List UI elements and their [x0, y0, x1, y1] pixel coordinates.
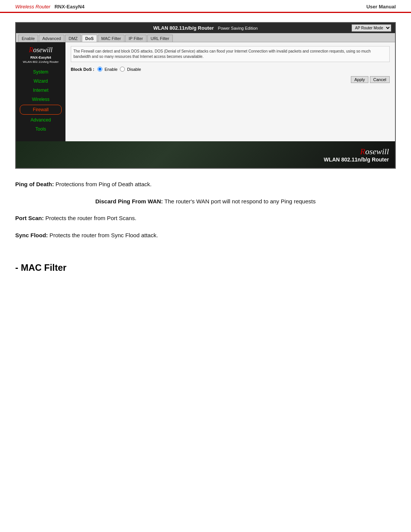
router-nav-tabs: Enable Advanced DMZ DoS MAC Filter IP Fi…: [16, 33, 395, 42]
ping-of-death-term: Ping of Death:: [15, 181, 54, 187]
page-header: Wireless Router RNX-EasyN4 User Manual: [0, 0, 411, 13]
tab-enable[interactable]: Enable: [18, 35, 38, 42]
port-scan-desc: Protects the router from Port Scans.: [45, 215, 136, 221]
router-title-text: WLAN 802.11n/b/g Router: [153, 25, 214, 31]
radio-dos-enable-label: Enable: [105, 67, 118, 72]
block-dos-row: Block DoS : Enable Disable: [71, 67, 390, 72]
tab-dos[interactable]: DoS: [82, 35, 97, 42]
sidebar-item-wireless[interactable]: Wireless: [16, 95, 65, 104]
port-scan-paragraph: Port Scan: Protects the router from Port…: [15, 214, 396, 223]
router-main: The Firewall can detect and block DOS at…: [65, 42, 395, 141]
ping-of-death-desc: Protections from Ping of Death attack.: [56, 181, 152, 187]
cancel-button[interactable]: Cancel: [370, 76, 390, 83]
header-right: User Manual: [366, 4, 396, 10]
discard-ping-paragraph: Discard Ping From WAN: The router's WAN …: [15, 197, 396, 206]
router-footer: Rosewill WLAN 802.11n/b/g Router: [16, 141, 395, 168]
header-left: Wireless Router RNX-EasyN4: [15, 4, 84, 10]
router-power-saving: Power Saving Edition: [218, 26, 258, 30]
sync-flood-paragraph: Sync Flood: Protects the router from Syn…: [15, 231, 396, 240]
doc-content: Ping of Death: Protections from Ping of …: [0, 169, 411, 292]
sync-flood-term: Sync Flood:: [15, 232, 48, 238]
discard-ping-term: Discard Ping From WAN:: [96, 198, 163, 204]
router-mode-select[interactable]: AP Router Mode: [352, 24, 391, 32]
router-sidebar: Rosewill RNX-EasyN4 WLAN 802.11n/b/g Rou…: [16, 42, 65, 141]
sidebar-model-sub: WLAN 802.11n/b/g Router: [23, 60, 59, 64]
header-wireless: Wireless Router: [15, 4, 50, 10]
tab-url-filter[interactable]: URL Filter: [147, 35, 173, 42]
apply-cancel-row: Apply Cancel: [71, 76, 390, 83]
radio-dos-disable-label: Disable: [127, 67, 141, 72]
router-screenshot: WLAN 802.11n/b/g Router Power Saving Edi…: [15, 22, 396, 169]
tab-mac-filter[interactable]: MAC Filter: [98, 35, 124, 42]
apply-button[interactable]: Apply: [351, 76, 368, 83]
sidebar-item-wizard[interactable]: Wizard: [16, 77, 65, 86]
tab-dmz[interactable]: DMZ: [65, 35, 81, 42]
port-scan-term: Port Scan:: [15, 215, 44, 221]
router-top-bar: WLAN 802.11n/b/g Router Power Saving Edi…: [16, 23, 395, 33]
sidebar-brand: Rosewill: [29, 46, 53, 54]
sidebar-item-system[interactable]: System: [16, 67, 65, 77]
sidebar-model: RNX-EasyN4: [30, 56, 51, 59]
footer-brand: Rosewill: [360, 147, 389, 157]
sidebar-item-advanced[interactable]: Advanced: [16, 115, 65, 125]
footer-model: WLAN 802.11n/b/g Router: [324, 157, 389, 163]
sidebar-logo: Rosewill: [29, 46, 53, 54]
block-dos-label: Block DoS :: [71, 67, 94, 72]
sync-flood-desc: Protects the router from Sync Flood atta…: [49, 232, 158, 238]
tab-advanced[interactable]: Advanced: [39, 35, 64, 42]
radio-dos-enable[interactable]: [97, 67, 102, 72]
sidebar-item-tools[interactable]: Tools: [16, 125, 65, 134]
sidebar-item-firewall[interactable]: Firewall: [20, 105, 62, 115]
ping-of-death-paragraph: Ping of Death: Protections from Ping of …: [15, 180, 396, 189]
router-body: Rosewill RNX-EasyN4 WLAN 802.11n/b/g Rou…: [16, 42, 395, 141]
router-description: The Firewall can detect and block DOS at…: [71, 46, 390, 62]
mac-filter-section-header: - MAC Filter: [15, 262, 396, 273]
header-model: RNX-EasyN4: [54, 4, 84, 10]
router-ui: WLAN 802.11n/b/g Router Power Saving Edi…: [16, 23, 395, 168]
sidebar-item-internet[interactable]: Internet: [16, 86, 65, 95]
radio-group-dos: Enable Disable: [97, 67, 141, 72]
tab-ip-filter[interactable]: IP Filter: [125, 35, 147, 42]
discard-ping-desc: The router's WAN port will not respond t…: [164, 198, 316, 204]
radio-dos-disable[interactable]: [120, 67, 125, 72]
router-title: WLAN 802.11n/b/g Router Power Saving Edi…: [153, 25, 258, 31]
